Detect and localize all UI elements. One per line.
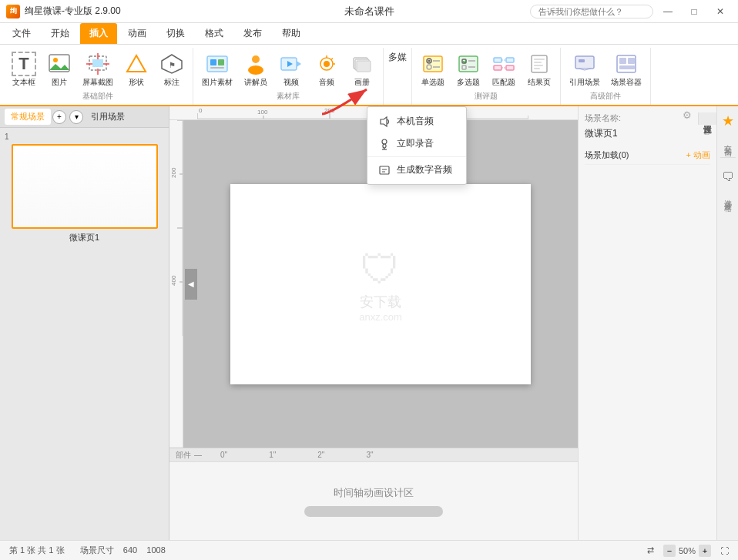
marker-button[interactable]: ⚑ 标注 bbox=[156, 49, 188, 89]
single-choice-button[interactable]: 单选题 bbox=[417, 49, 449, 89]
multi-choice-button[interactable]: 多选题 bbox=[452, 49, 485, 89]
clipart-button[interactable]: 图片素材 bbox=[198, 49, 236, 89]
tab-help[interactable]: 帮助 bbox=[273, 23, 310, 44]
basic-items: T 文本框 图片 屏幕截图 形状 bbox=[8, 49, 188, 89]
tab-animate[interactable]: 动画 bbox=[119, 23, 156, 44]
svg-point-16 bbox=[248, 65, 263, 75]
generate-audio-item[interactable]: 生成数字音频 bbox=[367, 159, 466, 181]
zoom-controls: − 50% + bbox=[663, 545, 711, 557]
tab-transition[interactable]: 切换 bbox=[157, 23, 194, 44]
tab-home[interactable]: 开始 bbox=[42, 23, 79, 44]
tab-publish[interactable]: 发布 bbox=[234, 23, 271, 44]
audio-dropdown-menu: 本机音频 立即录音 生成数字音频 bbox=[367, 106, 467, 185]
speaker-icon bbox=[378, 116, 391, 128]
svg-rect-11 bbox=[207, 56, 227, 72]
scene-item: 1 微课页1 bbox=[5, 132, 164, 243]
star-icon-button[interactable]: ★ bbox=[722, 112, 734, 129]
scene-tab-normal[interactable]: 常规场景 bbox=[5, 109, 51, 125]
watermark: 🛡 安下载 anxz.com bbox=[359, 246, 402, 322]
scene-nav-icon[interactable]: ▾ bbox=[69, 110, 83, 124]
svg-point-1 bbox=[53, 58, 58, 62]
album-button[interactable]: 画册 bbox=[346, 49, 378, 89]
basic-group-label: 基础部件 bbox=[82, 91, 113, 103]
scene-load-row: 场景加载(0) + 动画 bbox=[585, 146, 710, 165]
audio-icon bbox=[314, 52, 339, 76]
window-controls: — □ ✕ bbox=[530, 4, 732, 19]
svg-rect-51 bbox=[579, 59, 585, 62]
svg-rect-42 bbox=[506, 65, 514, 70]
document-title: 未命名课件 bbox=[344, 5, 394, 18]
ribbon-group-material: 图片素材 讲解员 视频 音频 bbox=[193, 48, 384, 105]
zoom-in-button[interactable]: + bbox=[699, 545, 711, 557]
search-input[interactable] bbox=[530, 5, 653, 18]
multi-choice-icon bbox=[456, 52, 481, 76]
minimize-button[interactable]: — bbox=[656, 4, 679, 19]
close-button[interactable]: ✕ bbox=[709, 4, 732, 19]
svg-rect-55 bbox=[619, 65, 635, 69]
tab-insert[interactable]: 插入 bbox=[80, 23, 117, 44]
svg-rect-50 bbox=[575, 56, 594, 69]
app-icon: 绚 bbox=[6, 5, 20, 18]
ribbon-group-advanced: 引用场景 场景容器 高级部件 bbox=[561, 48, 651, 105]
shape-icon bbox=[124, 52, 149, 76]
gear-button[interactable]: ⚙ bbox=[683, 109, 692, 121]
title-bar: 绚 绚星微课-专业版 2.9.00 未命名课件 — □ ✕ bbox=[0, 0, 738, 23]
watermark-url: anxz.com bbox=[359, 310, 402, 322]
scene-tabs: 常规场景 + ▾ 引用场景 bbox=[0, 106, 169, 128]
fullscreen-icon[interactable]: ⛶ bbox=[720, 546, 729, 555]
zoom-out-button[interactable]: − bbox=[663, 545, 676, 557]
svg-rect-45 bbox=[532, 55, 547, 72]
presenter-button[interactable]: 讲解员 bbox=[240, 49, 272, 89]
timeline-area: 部件 — 0" 1" 2" 3" 时间轴动画设计区 bbox=[169, 448, 578, 540]
advanced-group-label: 高级部件 bbox=[590, 91, 621, 103]
svg-rect-53 bbox=[619, 58, 626, 64]
scene-name-text: 微课页1 bbox=[585, 127, 618, 140]
timeline-label: 时间轴动画设计区 bbox=[334, 486, 414, 500]
ribbon-group-basic: T 文本框 图片 屏幕截图 形状 bbox=[3, 48, 193, 105]
maximize-button[interactable]: □ bbox=[683, 4, 706, 19]
transfer-icon: ⇄ bbox=[647, 545, 654, 555]
result-page-button[interactable]: 结果页 bbox=[523, 49, 555, 89]
app-title: 绚星微课-专业版 2.9.00 bbox=[25, 5, 121, 18]
svg-point-15 bbox=[252, 55, 260, 63]
record-item[interactable]: 立即录音 bbox=[367, 132, 466, 155]
svg-line-23 bbox=[331, 59, 333, 60]
match-button[interactable]: 匹配题 bbox=[488, 49, 520, 89]
ribbon-tabs: 文件 开始 插入 动画 切换 格式 发布 帮助 bbox=[0, 23, 738, 45]
left-panel: 常规场景 + ▾ 引用场景 1 微课页1 bbox=[0, 106, 169, 540]
svg-rect-48 bbox=[534, 65, 543, 66]
chat-icon-button[interactable]: 🗨 bbox=[722, 170, 734, 184]
screenshot-button[interactable]: 屏幕截图 bbox=[79, 49, 117, 89]
scene-add-icon[interactable]: + bbox=[52, 110, 66, 124]
timeline-bar bbox=[304, 506, 443, 517]
local-audio-item[interactable]: 本机音频 bbox=[367, 110, 466, 132]
tab-format[interactable]: 格式 bbox=[196, 23, 233, 44]
zoom-level: 50% bbox=[679, 546, 696, 555]
svg-rect-46 bbox=[534, 59, 545, 60]
image-button[interactable]: 图片 bbox=[43, 49, 75, 89]
presenter-icon bbox=[243, 52, 268, 76]
scene-name-value: 微课页1 ✏ bbox=[585, 127, 710, 140]
generate-audio-icon bbox=[378, 164, 391, 176]
timeline-content: 时间轴动画设计区 bbox=[169, 462, 578, 540]
scene-preview[interactable] bbox=[12, 144, 158, 229]
svg-rect-80 bbox=[380, 166, 389, 174]
tab-file[interactable]: 文件 bbox=[3, 23, 40, 44]
scene-list: 1 微课页1 bbox=[0, 128, 169, 540]
shape-button[interactable]: 形状 bbox=[120, 49, 153, 89]
ribbon-toolbar: T 文本框 图片 屏幕截图 形状 bbox=[0, 45, 738, 106]
svg-point-21 bbox=[324, 61, 330, 67]
nav-arrow[interactable]: ◀ bbox=[185, 269, 197, 300]
textbox-button[interactable]: T 文本框 bbox=[8, 49, 40, 89]
status-right: ⇄ − 50% + ⛶ bbox=[647, 545, 729, 557]
svg-rect-77 bbox=[383, 144, 386, 148]
local-audio-label: 本机音频 bbox=[397, 115, 434, 128]
scene-load-label: 场景加载(0) bbox=[585, 149, 629, 161]
property-settings-tab[interactable]: 属性设置 bbox=[698, 112, 716, 125]
cite-scene-button[interactable]: 引用场景 bbox=[565, 49, 604, 89]
video-button[interactable]: 视频 bbox=[275, 49, 307, 89]
scene-tab-cite[interactable]: 引用场景 bbox=[85, 109, 131, 125]
audio-button[interactable]: 音频 bbox=[310, 49, 343, 89]
scene-container-button[interactable]: 场景容器 bbox=[607, 49, 646, 89]
scene-preview-inner bbox=[13, 146, 156, 227]
